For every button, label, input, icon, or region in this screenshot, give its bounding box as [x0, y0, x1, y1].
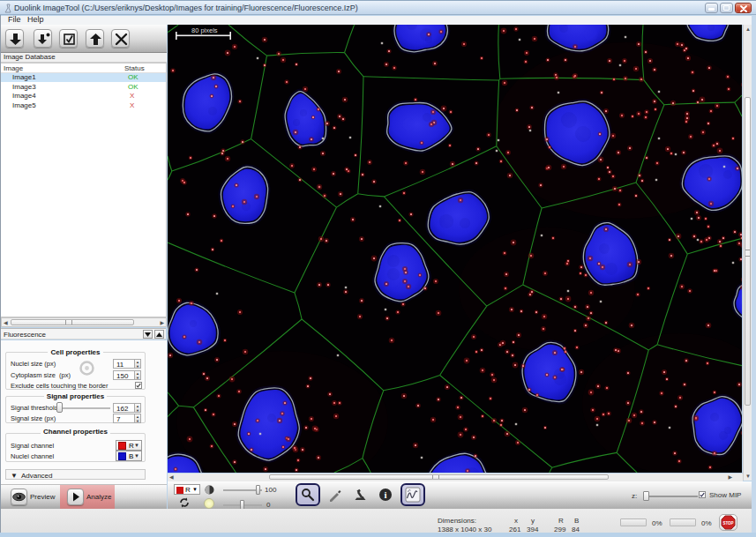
svg-text:i: i: [384, 489, 386, 500]
svg-text:STOP: STOP: [722, 521, 733, 526]
svg-text:80 pixels: 80 pixels: [191, 26, 218, 34]
